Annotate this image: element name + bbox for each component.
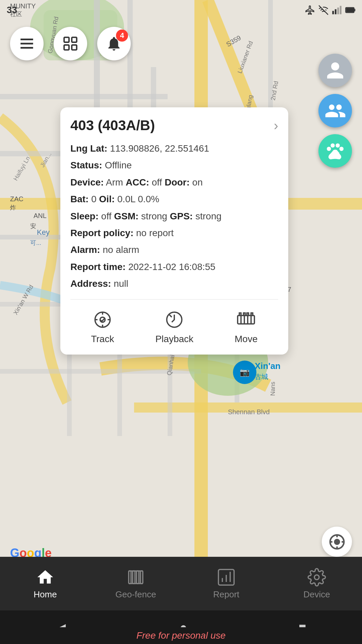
svg-text:ANL: ANL [34, 212, 47, 219]
svg-rect-74 [238, 315, 254, 324]
svg-rect-62 [72, 45, 77, 50]
move-label: Move [235, 334, 257, 344]
svg-rect-92 [140, 571, 143, 583]
svg-text:炸: 炸 [10, 204, 16, 211]
nav-home-label: Home [34, 589, 57, 600]
watermark-text: Free for personal use [136, 630, 226, 641]
svg-text:Key: Key [37, 228, 50, 236]
track-button[interactable]: Track [91, 310, 114, 344]
nav-geofence[interactable]: Geo-fence [90, 568, 181, 600]
svg-point-84 [335, 539, 339, 544]
svg-text:可...: 可... [30, 239, 41, 246]
signal-icon [332, 5, 342, 15]
nav-device-label: Device [303, 589, 330, 600]
svg-rect-59 [64, 37, 69, 42]
svg-text:安: 安 [30, 223, 36, 229]
flight-mode-icon [305, 5, 315, 15]
popup-info: Lng Lat: 113.908826, 22.551461 Status: O… [70, 140, 278, 292]
svg-rect-90 [133, 571, 135, 583]
playback-button[interactable]: Playback [155, 310, 193, 344]
svg-point-99 [314, 575, 319, 580]
svg-rect-51 [337, 8, 339, 14]
notification-button[interactable]: 4 [97, 27, 131, 60]
status-icons [305, 5, 355, 15]
time-display: 33 [7, 5, 17, 15]
popup-actions: Track Playback Move [70, 306, 278, 344]
nav-device[interactable]: Device [272, 568, 362, 600]
popup-title: 403 (403A/B) [70, 117, 155, 133]
top-controls: 4 [0, 20, 362, 67]
svg-rect-49 [332, 11, 334, 14]
svg-text:Shennan Blvd: Shennan Blvd [228, 408, 270, 416]
location-button[interactable] [322, 527, 352, 557]
playback-label: Playback [155, 334, 193, 344]
svg-rect-50 [335, 9, 337, 14]
svg-point-63 [327, 147, 331, 151]
notification-badge: 4 [116, 30, 128, 42]
svg-point-66 [340, 147, 344, 151]
svg-text:📷: 📷 [240, 367, 250, 377]
svg-text:ZAC: ZAC [10, 195, 23, 203]
svg-rect-82 [251, 313, 253, 316]
right-panel [318, 54, 352, 168]
wifi-off-icon [318, 5, 328, 15]
svg-rect-55 [346, 8, 354, 12]
bottom-nav: Home Geo-fence Report Device [0, 557, 362, 610]
svg-rect-91 [136, 571, 139, 583]
svg-rect-54 [355, 9, 356, 11]
popup-arrow[interactable]: › [274, 118, 278, 133]
nav-report[interactable]: Report [181, 568, 272, 600]
move-button[interactable]: Move [235, 310, 257, 344]
svg-point-64 [330, 144, 335, 148]
status-bar: 33 [0, 0, 362, 20]
paw-button[interactable] [318, 134, 352, 168]
nav-report-label: Report [213, 589, 239, 600]
svg-rect-89 [129, 571, 131, 583]
profile-button[interactable] [318, 54, 352, 87]
popup-header: 403 (403A/B) › [70, 117, 278, 133]
svg-rect-79 [239, 313, 241, 316]
svg-rect-61 [64, 45, 69, 50]
popup-divider [70, 299, 278, 300]
svg-text:Nans: Nans [269, 382, 276, 396]
svg-rect-81 [247, 313, 249, 316]
couple-button[interactable] [318, 94, 352, 127]
nav-home[interactable]: Home [0, 568, 90, 600]
svg-rect-52 [340, 6, 342, 14]
watermark-bar: Free for personal use [0, 627, 362, 644]
svg-rect-80 [244, 313, 245, 316]
device-popup: 403 (403A/B) › Lng Lat: 113.908826, 22.5… [60, 107, 288, 355]
svg-text:Xin'an: Xin'an [255, 361, 281, 371]
track-label: Track [91, 334, 114, 344]
svg-text:古城: 古城 [255, 373, 268, 380]
frame-button[interactable] [54, 27, 87, 60]
battery-icon [345, 5, 355, 15]
menu-button[interactable] [10, 27, 44, 60]
nav-geofence-label: Geo-fence [115, 589, 156, 600]
svg-rect-60 [72, 37, 77, 42]
svg-point-65 [336, 144, 340, 148]
svg-rect-8 [0, 94, 168, 99]
